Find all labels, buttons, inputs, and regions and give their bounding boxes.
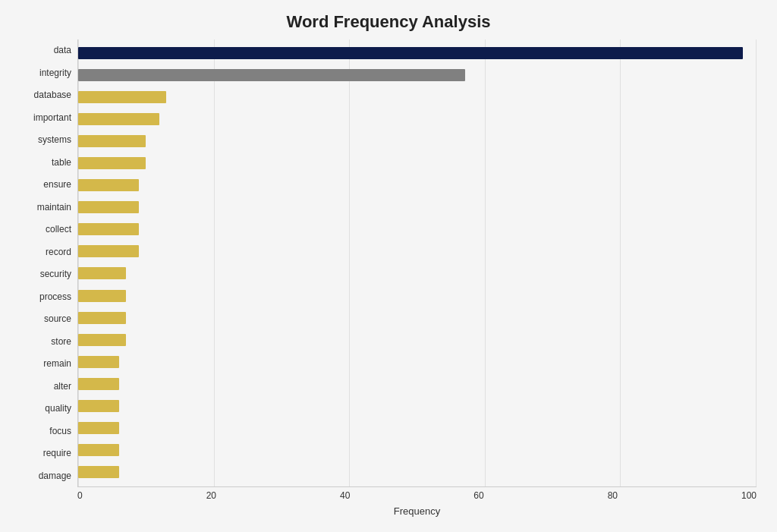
x-tick: 20 [206, 490, 216, 501]
x-axis: 020406080100 [77, 490, 757, 501]
y-label: damage [39, 467, 71, 484]
bar [78, 378, 119, 390]
bar-row [78, 420, 757, 436]
y-label: quality [45, 400, 71, 417]
y-label: source [44, 310, 71, 327]
bar [78, 245, 139, 257]
y-label: store [51, 333, 71, 350]
bar [78, 179, 139, 191]
bar-row [78, 68, 757, 83]
y-label: process [39, 288, 71, 305]
bar [78, 201, 139, 213]
bar-row [78, 200, 757, 215]
x-tick: 60 [473, 490, 483, 501]
y-label: important [33, 109, 71, 126]
y-label: security [40, 266, 71, 282]
bar [78, 91, 166, 103]
y-label: record [46, 244, 71, 260]
bar-row [78, 266, 757, 281]
bar [78, 444, 119, 456]
bar-row [78, 376, 757, 392]
bar-row [78, 442, 757, 458]
bar-row [78, 398, 757, 414]
y-label: ensure [43, 176, 71, 193]
y-label: focus [49, 423, 71, 439]
bar-row [78, 332, 757, 348]
y-label: remain [43, 355, 71, 372]
bar [78, 400, 119, 412]
bar-row [78, 90, 757, 105]
x-tick: 40 [340, 490, 350, 501]
y-label: alter [54, 378, 71, 395]
x-tick: 100 [741, 490, 757, 501]
bar-row [78, 178, 757, 193]
bar [78, 334, 126, 346]
bar-row [78, 134, 757, 149]
x-axis-label: Frequency [77, 505, 757, 517]
bar [78, 69, 465, 81]
chart-title: Word Frequency Analysis [20, 12, 757, 32]
y-label: database [34, 87, 71, 103]
y-axis: dataintegritydatabaseimportantsystemstab… [20, 39, 77, 487]
y-label: maintain [37, 199, 71, 216]
x-tick: 80 [608, 490, 618, 501]
bar [78, 135, 146, 147]
bar [78, 356, 119, 368]
bar [78, 422, 119, 434]
y-label: systems [38, 131, 71, 148]
y-label: integrity [39, 65, 71, 81]
y-label: collect [46, 221, 71, 238]
bar-row [78, 310, 757, 326]
bar-row [78, 156, 757, 171]
bar [78, 267, 126, 279]
bars-container [78, 39, 757, 486]
y-label: data [54, 42, 71, 58]
y-label: table [52, 154, 71, 171]
bar-row [78, 244, 757, 259]
bar [78, 223, 139, 235]
bar-row [78, 288, 757, 304]
x-tick: 0 [77, 490, 83, 501]
bar-row [78, 222, 757, 237]
chart-area: dataintegritydatabaseimportantsystemstab… [20, 39, 757, 487]
plot-area [77, 39, 757, 487]
bar [78, 290, 126, 302]
bar [78, 157, 146, 169]
bar-row [78, 354, 757, 370]
bar [78, 113, 159, 125]
bar-row [78, 464, 757, 480]
bar [78, 47, 743, 59]
bar-row [78, 112, 757, 127]
chart-container: Word Frequency Analysis dataintegritydat… [5, 5, 772, 528]
y-label: require [43, 445, 71, 461]
bar [78, 466, 119, 478]
bar [78, 312, 126, 324]
bar-row [78, 46, 757, 61]
